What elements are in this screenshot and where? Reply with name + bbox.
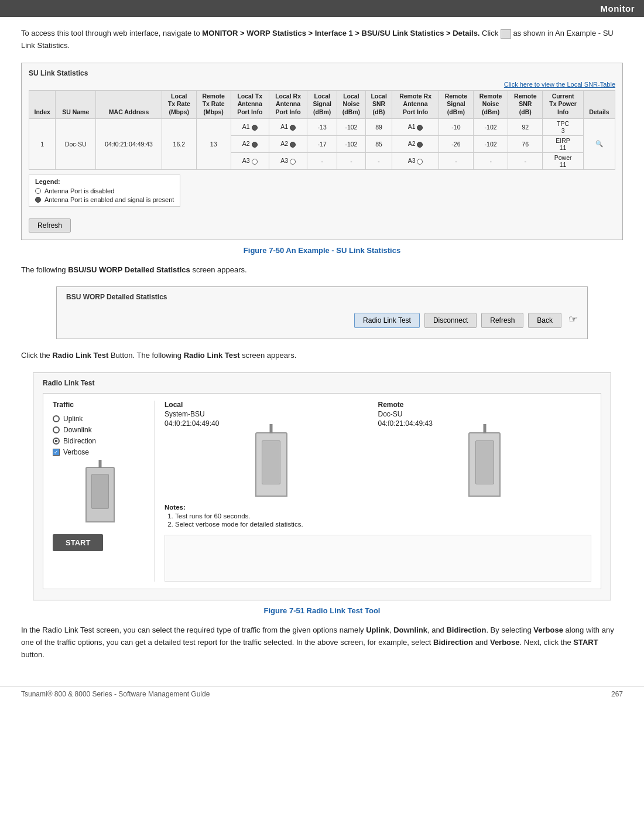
legend-dot-filled xyxy=(35,197,41,203)
row-remote-signal: -10 xyxy=(439,118,473,135)
legend-title: Legend: xyxy=(35,178,174,185)
bsu-section-intro: The following BSU/SU WORP Detailed Stati… xyxy=(21,264,623,276)
bold-downlink: Downlink xyxy=(393,626,427,634)
row-remote-snr: 76 xyxy=(508,135,543,152)
row-local-tx: 16.2 xyxy=(162,118,196,169)
row-details[interactable]: 🔍 xyxy=(583,118,615,169)
legend-box: Legend: Antenna Port is disabled Antenna… xyxy=(29,175,180,207)
row-tx-power: Power11 xyxy=(543,152,583,169)
row-remote-noise: -102 xyxy=(474,135,508,152)
verbose-checkbox[interactable] xyxy=(53,449,60,456)
col-local-noise: LocalNoise(dBm) xyxy=(337,90,365,118)
row-local-rx-ant: A1 xyxy=(269,118,307,135)
traffic-verbose-row: Verbose xyxy=(53,448,148,456)
footer-right: 267 xyxy=(611,690,623,698)
disconnect-button[interactable]: Disconnect xyxy=(424,313,477,328)
local-device-image xyxy=(85,467,115,522)
bsu-outro-text: screen appears. xyxy=(190,265,247,274)
cursor-icon: ☞ xyxy=(568,313,578,328)
traffic-bidirection-row: Bidirection xyxy=(53,437,148,445)
traffic-downlink-row: Downlink xyxy=(53,426,148,434)
row-local-rx-ant: A2 xyxy=(269,135,307,152)
row-local-ant: A2 xyxy=(231,135,269,152)
row-local-signal: -13 xyxy=(307,118,337,135)
rlt-notes-title: Notes: xyxy=(165,504,591,511)
bidirection-radio[interactable] xyxy=(53,438,60,445)
row-local-signal: - xyxy=(307,152,337,169)
remote-device-name: Doc-SU xyxy=(378,410,592,418)
legend-row-2: Antenna Port is enabled and signal is pr… xyxy=(35,196,174,203)
bold-verbose: Verbose xyxy=(533,626,563,634)
col-tx-power: CurrentTx PowerInfo xyxy=(543,90,583,118)
col-mac: MAC Address xyxy=(96,90,162,118)
bold-uplink: Uplink xyxy=(366,626,389,634)
row-remote-signal: -26 xyxy=(439,135,473,152)
downlink-radio[interactable] xyxy=(53,426,60,433)
intro-text-before: To access this tool through web interfac… xyxy=(21,29,202,37)
row-tx-power: TPC3 xyxy=(543,118,583,135)
row-remote-noise: -102 xyxy=(474,118,508,135)
rlt-traffic-panel: Traffic Uplink Downlink Bidirection Verb… xyxy=(53,401,155,582)
col-index: Index xyxy=(29,90,56,118)
back-button[interactable]: Back xyxy=(528,313,561,328)
rlt-box-title: Radio Link Test xyxy=(43,379,601,387)
bold-bidirection2: Bidirection xyxy=(433,638,473,647)
page-content: To access this tool through web interfac… xyxy=(0,17,644,672)
row-local-ant: A3 xyxy=(231,152,269,169)
remote-title: Remote xyxy=(378,401,592,409)
legend-dot-empty xyxy=(35,188,41,194)
bsu-worp-box: BSU WORP Detailed Statistics Radio Link … xyxy=(56,286,588,339)
intro-bold-path: MONITOR > WORP Statistics > Interface 1 … xyxy=(202,29,479,37)
rlt-outro-text: screen appears. xyxy=(240,351,297,360)
bsu-intro-bold: BSU/SU WORP Detailed Statistics xyxy=(68,265,190,274)
rlt-panels-row: Local System-BSU 04:f0:21:04:49:40 Remot xyxy=(165,401,591,497)
rlt-intro-bold: Radio Link Test xyxy=(52,351,108,360)
rlt-notes: Notes: Test runs for 60 seconds. Select … xyxy=(165,504,591,528)
note-item-1: Test runs for 60 seconds. xyxy=(175,513,591,520)
col-local-tx: LocalTx Rate(Mbps) xyxy=(162,90,196,118)
col-remote-tx: RemoteTx Rate(Mbps) xyxy=(196,90,231,118)
verbose-label: Verbose xyxy=(63,448,89,456)
note-item-2: Select verbose mode for detailed statist… xyxy=(175,521,591,528)
start-button[interactable]: START xyxy=(53,534,103,551)
bottom-paragraph: In the Radio Link Test screen, you can s… xyxy=(21,624,623,661)
rlt-inner-panel: Traffic Uplink Downlink Bidirection Verb… xyxy=(43,393,601,589)
col-remote-snr: RemoteSNR(dB) xyxy=(508,90,543,118)
snr-link[interactable]: Click here to view the Local SNR-Table xyxy=(29,81,615,88)
row-remote-ant: A3 xyxy=(392,152,439,169)
header-title: Monitor xyxy=(601,4,635,13)
page-header: Monitor xyxy=(0,0,644,17)
uplink-label: Uplink xyxy=(63,415,83,423)
bold-start: START xyxy=(573,638,598,647)
intro-paragraph: To access this tool through web interfac… xyxy=(21,28,623,52)
row-local-signal: -17 xyxy=(307,135,337,152)
local-device-area xyxy=(53,467,148,522)
rlt-intro-bold2: Radio Link Test xyxy=(184,351,240,360)
row-local-noise: -102 xyxy=(337,118,365,135)
bsu-refresh-button[interactable]: Refresh xyxy=(481,313,523,328)
row-local-snr: 85 xyxy=(365,135,392,152)
row-local-snr: 89 xyxy=(365,118,392,135)
refresh-button[interactable]: Refresh xyxy=(29,218,71,233)
radio-link-test-button[interactable]: Radio Link Test xyxy=(354,313,420,328)
bsu-box-title: BSU WORP Detailed Statistics xyxy=(66,293,578,301)
legend-label-2: Antenna Port is enabled and signal is pr… xyxy=(44,196,174,203)
local-tower-image xyxy=(255,432,287,497)
su-link-table: Index SU Name MAC Address LocalTx Rate(M… xyxy=(29,90,615,170)
rlt-intro-text: Click the xyxy=(21,351,52,360)
remote-tower-area xyxy=(378,432,592,497)
bidirection-label: Bidirection xyxy=(63,437,96,445)
rlt-section-intro: Click the Radio Link Test Button. The fo… xyxy=(21,350,623,362)
row-tx-power: EIRP11 xyxy=(543,135,583,152)
col-local-ant: Local TxAntennaPort Info xyxy=(231,90,269,118)
row-local-noise: -102 xyxy=(337,135,365,152)
rlt-local-remote-panel: Local System-BSU 04:f0:21:04:49:40 Remot xyxy=(155,401,591,582)
col-remote-signal: RemoteSignal(dBm) xyxy=(439,90,473,118)
col-remote-ant: Remote RxAntennaPort Info xyxy=(392,90,439,118)
row-index: 1 xyxy=(29,118,56,169)
bold-verbose2: Verbose xyxy=(490,638,520,647)
legend-label-1: Antenna Port is disabled xyxy=(44,187,114,194)
uplink-radio[interactable] xyxy=(53,415,60,422)
local-title: Local xyxy=(165,401,378,409)
row-local-ant: A1 xyxy=(231,118,269,135)
